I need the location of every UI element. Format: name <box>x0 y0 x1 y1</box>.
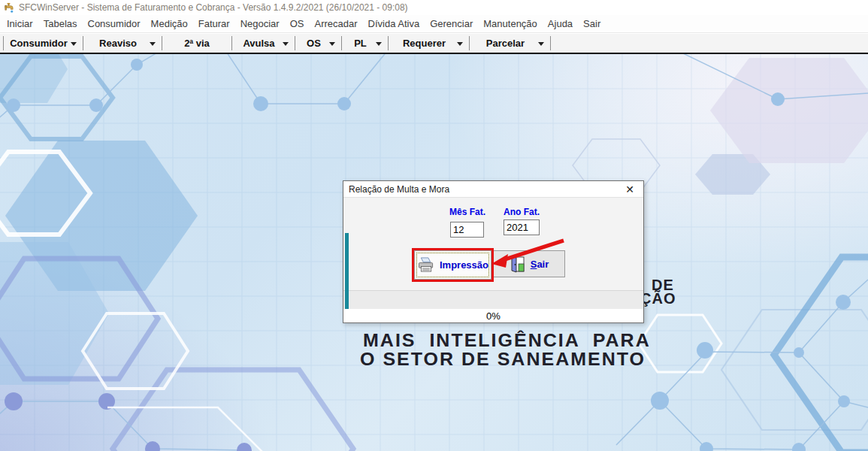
menu-item-divida-ativa[interactable]: Dívida Ativa <box>363 15 425 32</box>
ano-fat-label: Ano Fat. <box>503 207 540 217</box>
close-icon[interactable]: ✕ <box>623 183 637 196</box>
impressao-button-label: Impressão <box>440 259 488 271</box>
ano-fat-input[interactable] <box>504 219 540 235</box>
chevron-down-icon[interactable] <box>283 42 289 46</box>
desktop-background: MAIS INTELIGÊNCIA PARA O SETOR DE SANEAM… <box>0 54 868 451</box>
annotation-highlight-rect: Impressão <box>412 248 494 282</box>
toolbar-button-label: Reaviso <box>99 38 137 49</box>
dialog-relacao-multa-mora: Relação de Multa e Mora ✕ Mês Fat. Ano F… <box>343 180 644 323</box>
menu-item-manutencao[interactable]: Manutenção <box>478 15 543 32</box>
toolbar-button-2a-via[interactable]: 2ª via <box>162 34 231 53</box>
toolbar: Consumidor Reaviso 2ª via Avulsa OS PL R… <box>0 34 868 54</box>
toolbar-button-requerer[interactable]: Requerer <box>389 34 469 53</box>
toolbar-button-label: Consumidor <box>10 38 68 49</box>
impressao-button[interactable]: Impressão <box>414 250 491 280</box>
toolbar-button-parcelar[interactable]: Parcelar <box>470 34 550 53</box>
toolbar-button-reaviso[interactable]: Reaviso <box>83 34 162 53</box>
mes-fat-input[interactable] <box>450 222 484 238</box>
background-partial-text-2: ÇÃO <box>640 290 676 307</box>
toolbar-separator <box>550 36 551 50</box>
background-slogan-line2: O SETOR DE SANEAMENTO <box>360 349 646 370</box>
progress-status: 0% <box>343 309 643 322</box>
background-slogan-line1: MAIS INTELIGÊNCIA PARA <box>363 330 651 351</box>
toolbar-button-label: OS <box>307 38 321 49</box>
mes-fat-label: Mês Fat. <box>449 207 486 217</box>
menu-item-iniciar[interactable]: Iniciar <box>2 15 38 32</box>
menu-item-arrecadar[interactable]: Arrecadar <box>309 15 362 32</box>
sair-button[interactable]: Sair <box>493 250 565 277</box>
toolbar-button-consumidor[interactable]: Consumidor <box>4 34 83 53</box>
menu-item-ajuda[interactable]: Ajuda <box>543 15 578 32</box>
faucet-icon <box>3 2 14 14</box>
menu-item-faturar[interactable]: Faturar <box>193 15 235 32</box>
toolbar-button-label: Parcelar <box>486 38 525 49</box>
toolbar-button-pl[interactable]: PL <box>342 34 388 53</box>
dialog-lower-panel <box>343 291 643 309</box>
exit-door-icon <box>510 256 526 273</box>
printer-icon <box>417 257 435 273</box>
chevron-down-icon[interactable] <box>457 42 463 46</box>
window-title: SFCWinServer - Sistema de Faturamento e … <box>19 2 408 13</box>
menu-item-negociar[interactable]: Negociar <box>235 15 285 32</box>
toolbar-button-avulsa[interactable]: Avulsa <box>232 34 295 53</box>
chevron-down-icon[interactable] <box>71 42 77 46</box>
progress-percent-label: 0% <box>486 310 501 322</box>
teal-accent-bar <box>345 233 349 309</box>
sair-label-rest: air <box>537 259 549 270</box>
toolbar-button-label: 2ª via <box>184 38 210 49</box>
menu-item-consumidor[interactable]: Consumidor <box>83 15 146 32</box>
dialog-titlebar[interactable]: Relação de Multa e Mora ✕ <box>343 181 643 198</box>
window-titlebar: SFCWinServer - Sistema de Faturamento e … <box>0 0 868 15</box>
menu-item-medicao[interactable]: Medição <box>146 15 193 32</box>
chevron-down-icon[interactable] <box>538 42 544 46</box>
menu-item-gerenciar[interactable]: Gerenciar <box>425 15 478 32</box>
toolbar-button-label: Requerer <box>403 38 446 49</box>
chevron-down-icon[interactable] <box>329 42 335 46</box>
toolbar-button-os[interactable]: OS <box>295 34 341 53</box>
sair-button-label: Sair <box>531 259 549 270</box>
chevron-down-icon[interactable] <box>376 42 382 46</box>
chevron-down-icon[interactable] <box>150 42 156 46</box>
menu-item-tabelas[interactable]: Tabelas <box>38 15 83 32</box>
menu-item-os[interactable]: OS <box>285 15 310 32</box>
menu-bar: Iniciar Tabelas Consumidor Medição Fatur… <box>0 15 868 33</box>
toolbar-button-label: Avulsa <box>243 38 274 49</box>
menu-item-sair[interactable]: Sair <box>578 15 606 32</box>
dialog-title: Relação de Multa e Mora <box>349 184 449 195</box>
toolbar-button-label: PL <box>354 38 367 49</box>
